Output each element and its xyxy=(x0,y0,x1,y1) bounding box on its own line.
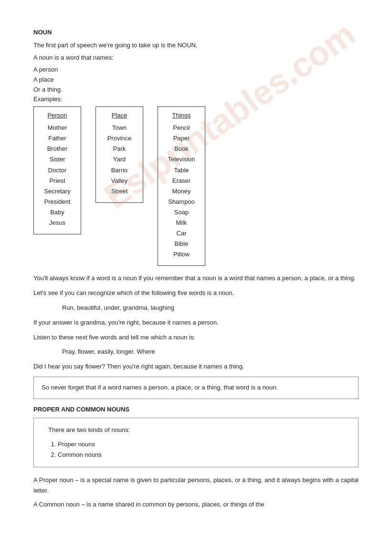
person-box-title: Person xyxy=(42,112,72,119)
para7: Did I hear you say flower? Then you're r… xyxy=(33,362,359,372)
things-item-1: Paper xyxy=(167,133,196,144)
bottom-para2: A Common noun – is a name shared in comm… xyxy=(33,499,359,509)
highlighted-box: So never forget that if a word names a p… xyxy=(33,377,359,399)
place-item-6: Street xyxy=(105,186,134,197)
things-item-10: Car xyxy=(167,228,196,239)
para6-indented: Pray, flower, easily, longer. Where xyxy=(62,347,359,357)
person-item-0: Mother xyxy=(42,123,72,133)
section2-title: PROPER AND COMMON NOUNS xyxy=(33,406,359,413)
noun-examples-boxes: Person Mother Father Brother Sister Doct… xyxy=(33,106,359,266)
things-item-2: Book xyxy=(167,144,196,154)
person-item-4: Doctor xyxy=(42,165,72,176)
things-item-9: Milk xyxy=(167,218,196,228)
things-item-12: Pillow xyxy=(167,249,196,260)
things-item-8: Soap xyxy=(167,207,196,218)
person-item-7: President xyxy=(42,197,72,207)
bottom-para1: A Proper noun – is a special name is giv… xyxy=(33,475,359,495)
person-item-1: Father xyxy=(42,133,72,144)
things-item-3: Television xyxy=(167,154,196,165)
things-item-7: Shampoo xyxy=(167,197,196,207)
section-title-noun: NOUN xyxy=(33,29,359,36)
para4: If your answer is grandma, you're right,… xyxy=(33,318,359,328)
kinds-list: Proper nouns Common nouns xyxy=(58,439,349,460)
place-item-4: Barrio xyxy=(105,165,134,176)
person-item-8: Baby xyxy=(42,207,72,218)
para1: You'll always know if a word is a noun i… xyxy=(33,274,359,284)
things-box-title: Things xyxy=(167,112,196,119)
things-item-5: Eraser xyxy=(167,176,196,186)
kinds-list-item-2: Common nouns xyxy=(58,450,349,460)
person-item-9: Jesus xyxy=(42,218,72,228)
things-item-4: Table xyxy=(167,165,196,176)
intro-text: The first part of speech we're going to … xyxy=(33,41,359,50)
place-box: Place Town Province Park Yard Barrio Val… xyxy=(95,106,143,203)
person-item-5: Priest xyxy=(42,176,72,186)
highlighted-text: So never forget that if a word names a p… xyxy=(42,384,278,391)
place-item-1: Province xyxy=(105,133,134,144)
place-item-0: Town xyxy=(105,123,134,133)
person-item-6: Secretary xyxy=(42,186,72,197)
kinds-title: There are two kinds of nouns: xyxy=(48,425,349,435)
place-item-3: Yard xyxy=(105,154,134,165)
noun-def-line-4: Examples: xyxy=(33,95,359,105)
para3-indented: Run, beautiful, under, grandma, laughing xyxy=(62,303,359,313)
para5: Listen to these next five words and tell… xyxy=(33,333,359,343)
noun-def-line-1: A person xyxy=(33,65,359,75)
things-item-6: Money xyxy=(167,186,196,197)
noun-definition-lines: A person A place Or a thing. Examples: xyxy=(33,65,359,105)
noun-def-line-2: A place xyxy=(33,75,359,85)
person-box: Person Mother Father Brother Sister Doct… xyxy=(33,106,81,234)
person-item-2: Brother xyxy=(42,144,72,154)
noun-definition-intro: A noun is a word that names: xyxy=(33,53,359,63)
place-box-title: Place xyxy=(105,112,134,119)
place-item-2: Park xyxy=(105,144,134,154)
things-box: Things Pencil Paper Book Television Tabl… xyxy=(158,106,205,266)
place-item-5: Valley xyxy=(105,176,134,186)
things-item-0: Pencil xyxy=(167,123,196,133)
kinds-of-nouns-box: There are two kinds of nouns: Proper nou… xyxy=(33,418,359,467)
kinds-list-item-1: Proper nouns xyxy=(58,439,349,450)
person-item-3: Sister xyxy=(42,154,72,165)
noun-def-line-3: Or a thing. xyxy=(33,85,359,95)
para2: Let's see if you can recognize which of … xyxy=(33,288,359,298)
things-item-11: Bible xyxy=(167,239,196,249)
